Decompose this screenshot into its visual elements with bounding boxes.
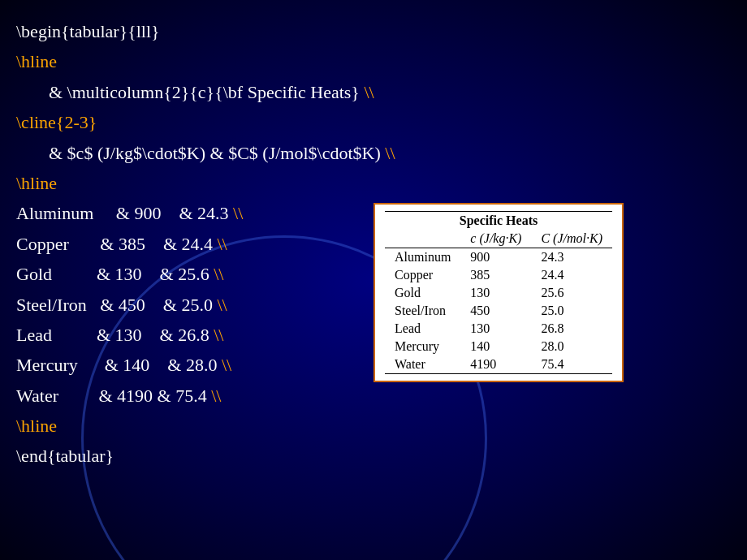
- latex-line-begin: \begin{tabular}{lll}: [16, 16, 731, 46]
- latex-col-headers: & $c$ (J/kg$\cdot$K) & $C$ (J/mol$\cdot$…: [49, 138, 731, 168]
- cell-c: 130: [460, 320, 531, 338]
- cell-c: 385: [460, 266, 531, 284]
- cell-c: 140: [460, 338, 531, 355]
- cell-C: 28.0: [531, 338, 612, 355]
- table-row: Water419075.4: [385, 355, 612, 374]
- rendered-table: Specific Heats c (J/kg·K) C (J/mol·K) Al…: [385, 211, 612, 374]
- table-title: Specific Heats: [385, 212, 612, 230]
- cell-material: Aluminum: [385, 248, 460, 267]
- cell-c: 900: [460, 248, 531, 267]
- latex-multicolumn: & \multicolumn{2}{c}{\bf Specific Heats}…: [49, 77, 731, 107]
- table-row: Steel/Iron45025.0: [385, 302, 612, 320]
- rendered-table-container: Specific Heats c (J/kg·K) C (J/mol·K) Al…: [374, 203, 624, 382]
- cell-C: 24.3: [531, 248, 612, 267]
- cell-material: Copper: [385, 266, 460, 284]
- table-row: Lead13026.8: [385, 320, 612, 338]
- cell-c: 130: [460, 284, 531, 302]
- latex-hline-2: \hline: [16, 168, 731, 198]
- cell-C: 25.0: [531, 302, 612, 320]
- col-c-header: c (J/kg·K): [460, 230, 531, 248]
- cell-material: Steel/Iron: [385, 302, 460, 320]
- latex-row-water: Water & 4190 & 75.4 \\: [16, 381, 731, 411]
- table-row: Gold13025.6: [385, 284, 612, 302]
- latex-hline-3: \hline: [16, 411, 731, 441]
- cell-c: 450: [460, 302, 531, 320]
- latex-cline: \cline{2-3}: [16, 107, 731, 137]
- cell-material: Lead: [385, 320, 460, 338]
- table-row: Mercury14028.0: [385, 338, 612, 355]
- latex-end: \end{tabular}: [16, 441, 731, 471]
- cell-C: 25.6: [531, 284, 612, 302]
- cell-C: 75.4: [531, 355, 612, 374]
- latex-hline-1: \hline: [16, 46, 731, 76]
- cell-C: 24.4: [531, 266, 612, 284]
- table-row: Copper38524.4: [385, 266, 612, 284]
- cell-material: Gold: [385, 284, 460, 302]
- cell-material: Water: [385, 355, 460, 374]
- col-C-header: C (J/mol·K): [531, 230, 612, 248]
- table-row: Aluminum90024.3: [385, 248, 612, 267]
- col-name-header: [385, 230, 460, 248]
- cell-c: 4190: [460, 355, 531, 374]
- cell-material: Mercury: [385, 338, 460, 355]
- cell-C: 26.8: [531, 320, 612, 338]
